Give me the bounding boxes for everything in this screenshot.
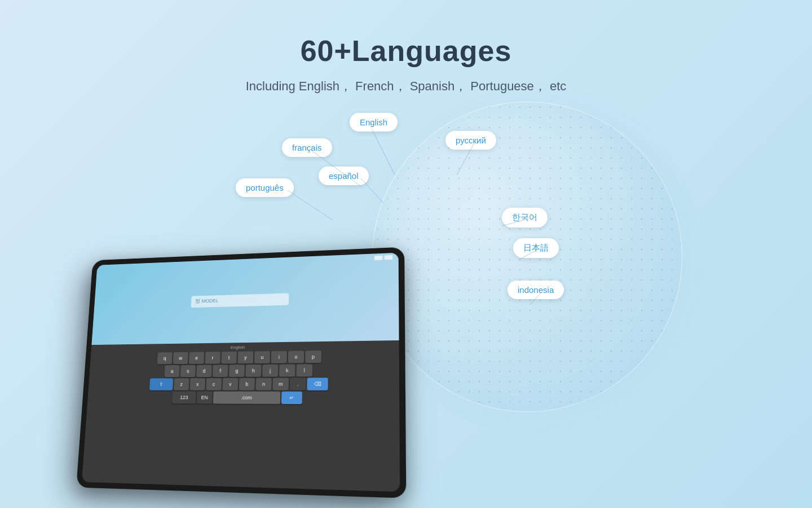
key-x[interactable]: x: [189, 378, 205, 391]
globe-container: [372, 102, 710, 440]
keyboard-area: English q w e r t y u i o p: [82, 340, 400, 492]
tablet: 型 MODEL English q w e r t y u: [76, 247, 406, 498]
kb-row-bottom: 123 EN .com ↵: [90, 391, 397, 404]
key-r[interactable]: r: [205, 352, 220, 364]
tablet-screen: 型 MODEL English q w e r t y u: [82, 253, 400, 492]
key-m[interactable]: m: [272, 378, 289, 390]
page-container: 60+Languages Including English， French， …: [0, 0, 812, 508]
battery-icon: [385, 255, 393, 260]
lang-pill-francais: français: [282, 138, 332, 157]
key-t[interactable]: t: [221, 352, 237, 364]
wifi-icon: [374, 256, 383, 260]
key-w[interactable]: w: [173, 352, 188, 364]
key-enter[interactable]: ↵: [281, 391, 302, 404]
screen-top: 型 MODEL: [91, 253, 399, 345]
key-q[interactable]: q: [157, 352, 173, 364]
lang-pill-indonesia: indonesia: [508, 281, 564, 299]
lang-pill-portugues: português: [236, 178, 294, 197]
key-a[interactable]: a: [164, 365, 179, 377]
input-text: 型 MODEL: [195, 297, 219, 305]
subtitle: Including English， French， Spanish， Port…: [246, 78, 567, 95]
key-l[interactable]: l: [296, 364, 312, 376]
key-i[interactable]: i: [271, 351, 288, 363]
key-c[interactable]: c: [206, 378, 222, 391]
tablet-container: 型 MODEL English q w e r t y u: [73, 248, 400, 508]
key-shift[interactable]: ⇧: [149, 378, 173, 390]
main-title: 60+Languages: [246, 34, 567, 68]
key-backspace[interactable]: ⌫: [307, 378, 328, 390]
key-u[interactable]: u: [254, 351, 270, 364]
key-b[interactable]: b: [239, 378, 255, 390]
lang-pill-espanol: español: [319, 167, 369, 185]
key-d[interactable]: d: [196, 365, 212, 377]
key-s[interactable]: s: [180, 365, 196, 377]
key-space[interactable]: .com: [213, 391, 281, 404]
kb-lang-label: English: [230, 345, 245, 350]
lang-pill-english: English: [350, 113, 398, 132]
key-dot[interactable]: .: [290, 378, 306, 390]
key-h[interactable]: h: [245, 365, 261, 377]
key-f[interactable]: f: [213, 365, 228, 377]
key-j[interactable]: j: [262, 364, 279, 376]
status-bar: [374, 255, 392, 260]
key-123[interactable]: 123: [172, 391, 196, 404]
key-g[interactable]: g: [229, 365, 245, 377]
lang-pill-japanese: 日本語: [513, 238, 559, 258]
nav-back-btn[interactable]: ◁: [140, 486, 148, 492]
key-e[interactable]: e: [189, 352, 205, 364]
input-bar[interactable]: 型 MODEL: [191, 293, 289, 308]
key-v[interactable]: v: [222, 378, 238, 391]
title-section: 60+Languages Including English， French， …: [246, 34, 567, 95]
key-k[interactable]: k: [279, 364, 295, 376]
kb-row-2: a s d f g h j k l: [91, 364, 397, 378]
key-o[interactable]: o: [288, 351, 304, 363]
kb-row-3: ⇧ z x c v b n m . ⌫: [90, 378, 397, 391]
key-y[interactable]: y: [237, 351, 253, 364]
key-z[interactable]: z: [174, 378, 189, 390]
lang-pill-korean: 한국어: [502, 208, 548, 227]
key-lang[interactable]: EN: [197, 391, 213, 404]
svg-line-4: [288, 190, 333, 220]
key-n[interactable]: n: [255, 378, 272, 390]
lang-pill-russian: русский: [445, 131, 496, 150]
nav-home-btn[interactable]: ○: [228, 489, 237, 492]
key-p[interactable]: p: [305, 351, 321, 363]
